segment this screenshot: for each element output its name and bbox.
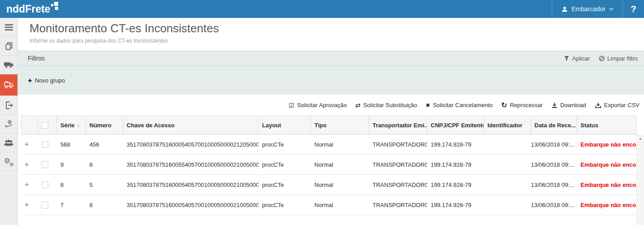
request-substitution-button[interactable]: ⇄ Solicitar Substituição (355, 102, 417, 108)
cell-layout: procCTe (258, 161, 311, 168)
sidebar-item-settings[interactable]: ⚙ ⚙ (0, 152, 17, 171)
table-row[interactable]: + 9 6 3517080378751600554057001000500002… (21, 155, 636, 175)
actions-toolbar: ☑ Solicitar Aprovação ⇄ Solicitar Substi… (18, 95, 644, 116)
chevron-down-icon (609, 8, 614, 11)
apply-filter-label: Aplicar (572, 55, 590, 62)
sidebar-item-documents[interactable] (0, 37, 17, 56)
column-identificador[interactable]: Identificador (484, 116, 531, 134)
cell-numero: 6 (86, 161, 123, 168)
user-menu-dropdown[interactable]: Embarcador (552, 0, 623, 18)
payment-icon (4, 120, 13, 129)
sidebar-item-menu[interactable] (0, 18, 17, 37)
expand-row-button[interactable]: + (25, 141, 29, 148)
swap-icon: ⇄ (355, 102, 360, 108)
export-csv-button[interactable]: Exportar CSV (595, 102, 640, 108)
table-row[interactable]: + 7 8 3517080378751600054057001000500002… (21, 195, 636, 215)
cell-tipo: Normal (311, 182, 369, 188)
clear-filter-button[interactable]: Limpar filtro (599, 55, 638, 62)
export-document-icon (4, 101, 13, 110)
column-chave[interactable]: Chave de Acesso (123, 116, 258, 134)
truck-monitor-icon (4, 81, 14, 89)
cell-cnpj: 199.174.928-79 (427, 202, 484, 208)
apply-filter-button[interactable]: Aplicar (564, 55, 590, 62)
cell-status: Embarque não encontra (577, 161, 636, 168)
column-tipo[interactable]: Tipo (311, 116, 369, 134)
expand-row-button[interactable]: + (25, 181, 29, 188)
new-group-button[interactable]: + Novo grupo (28, 77, 65, 84)
funnel-icon (564, 56, 569, 61)
expand-row-button[interactable]: + (25, 201, 29, 208)
row-checkbox[interactable] (42, 161, 48, 168)
app-header: nddFrete Embarcador ? (0, 0, 644, 18)
sidebar-item-payment[interactable] (0, 115, 17, 134)
sidebar-nav: ⚙ ⚙ (0, 18, 18, 225)
cell-data-recebimento: 13/06/2018 09:... (531, 202, 577, 208)
sidebar-item-export[interactable] (0, 96, 17, 115)
row-checkbox[interactable] (42, 202, 48, 208)
page-subtitle: Informe os dados para pesquisa dos CT-es… (30, 38, 644, 44)
app-logo[interactable]: nddFrete (6, 1, 59, 17)
sidebar-item-transport[interactable] (0, 56, 17, 74)
column-serie[interactable]: Série ↓ (57, 116, 86, 134)
cell-chave: 3517080378751600054057001000500002100500… (123, 202, 258, 208)
sidebar-item-users[interactable] (0, 134, 17, 152)
help-label: ? (631, 4, 636, 14)
cell-serie: 7 (57, 202, 86, 208)
request-cancellation-button[interactable]: ✖ Solicitar Cancelamento (426, 102, 493, 108)
cell-serie: 568 (57, 141, 86, 148)
table-row[interactable]: + 568 456 351708037875160005405700100050… (21, 134, 636, 155)
cell-layout: procCTe (258, 202, 311, 208)
download-icon (551, 102, 558, 108)
column-data-recebimento[interactable]: Data de Rece... (531, 116, 577, 134)
reprocess-button[interactable]: ↻ Reprocessar (501, 102, 543, 109)
column-tipo-label: Tipo (314, 122, 326, 129)
help-button[interactable]: ? (623, 0, 644, 18)
column-transportador[interactable]: Transportador Emi... (369, 116, 427, 134)
cell-numero: 8 (86, 202, 123, 208)
request-cancellation-label: Solicitar Cancelamento (433, 102, 493, 108)
cell-layout: procCTe (258, 182, 311, 188)
export-csv-label: Exportar CSV (604, 102, 640, 108)
cell-status: Embarque não encontra (577, 202, 636, 208)
vertical-scrollbar[interactable]: ▲ (636, 134, 644, 225)
column-status-label: Status (580, 122, 598, 129)
cell-serie: 9 (57, 161, 86, 168)
column-status[interactable]: Status (577, 116, 636, 134)
column-numero[interactable]: Número (86, 116, 123, 134)
request-approval-button[interactable]: ☑ Solicitar Aprovação (289, 102, 347, 108)
table-row[interactable]: + 8 5 3517080378751600054057001000500002… (21, 175, 636, 195)
column-serie-label: Série (60, 122, 75, 129)
ndd-squares-icon (51, 2, 59, 10)
column-cnpj[interactable]: CNPJ/CPF Emitente (427, 116, 484, 134)
main-content: Monitoramento CT-es Inconsistentes Infor… (18, 18, 644, 225)
cell-chave: 3517080378751600054057001000500002100500… (123, 182, 258, 188)
column-select-all[interactable] (38, 116, 57, 134)
settings-icon: ⚙ ⚙ (4, 157, 14, 166)
cancel-icon: ✖ (426, 103, 430, 108)
cell-data-recebimento: 13/06/2018 09:... (531, 182, 577, 188)
column-chave-label: Chave de Acesso (127, 122, 174, 129)
column-layout-label: Layout (262, 122, 281, 129)
truck-icon (4, 61, 14, 69)
results-table: Série ↓ Número Chave de Acesso Layout Ti… (21, 116, 636, 215)
row-checkbox[interactable] (42, 141, 48, 148)
cell-cnpj: 199.174.928-79 (427, 182, 484, 188)
clear-filter-label: Limpar filtro (607, 55, 638, 62)
expand-row-button[interactable]: + (25, 161, 29, 168)
plus-icon: + (28, 77, 32, 84)
column-layout[interactable]: Layout (258, 116, 311, 134)
cell-numero: 5 (86, 182, 123, 188)
reprocess-icon: ↻ (501, 102, 507, 109)
download-button[interactable]: Download (551, 102, 586, 108)
download-label: Download (560, 102, 586, 108)
select-all-checkbox[interactable] (42, 122, 48, 129)
sidebar-item-monitoring-active[interactable] (0, 74, 17, 96)
row-checkbox[interactable] (42, 182, 48, 188)
new-group-label: Novo grupo (35, 77, 65, 84)
table-header-row: Série ↓ Número Chave de Acesso Layout Ti… (21, 116, 636, 134)
user-icon (561, 6, 568, 13)
scroll-up-icon[interactable]: ▲ (639, 137, 642, 141)
cell-tipo: Normal (311, 141, 369, 148)
user-menu-label: Embarcador (572, 5, 606, 13)
column-cnpj-label: CNPJ/CPF Emitente (431, 122, 484, 129)
